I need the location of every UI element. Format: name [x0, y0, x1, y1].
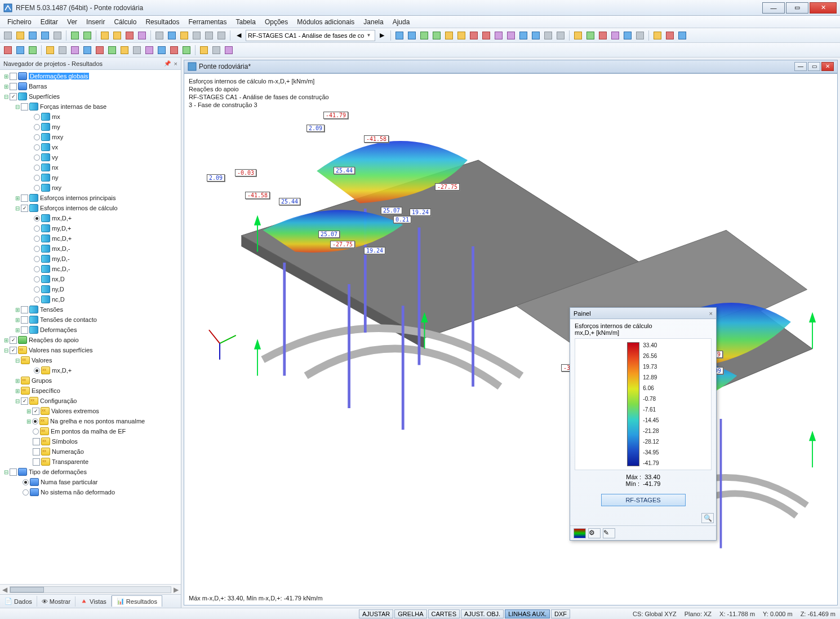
tb-r14[interactable] [555, 30, 566, 41]
node-tensoes-contacto[interactable]: Tensões de contacto [40, 316, 97, 323]
t2-15[interactable] [181, 45, 192, 56]
node-valores-superficies[interactable]: Valores nas superfícies [29, 347, 93, 353]
model-canvas[interactable]: Esforços internos de cálculo m-x,D,+ [kN… [184, 73, 838, 605]
status-cartes[interactable]: CARTES [428, 609, 460, 618]
menu-calculo[interactable]: Cálculo [110, 17, 140, 27]
tb-gen8[interactable] [191, 30, 202, 41]
tb-r18[interactable] [610, 30, 621, 41]
close-button[interactable]: ✕ [810, 2, 837, 14]
tb-r6[interactable] [456, 30, 467, 41]
tb-r16[interactable] [585, 30, 596, 41]
tb-next[interactable]: ▶ [376, 30, 388, 41]
status-ajust-obj[interactable]: AJUST. OBJ. [461, 609, 504, 618]
t2-9[interactable] [106, 45, 118, 56]
node-forcas-internas-base[interactable]: Forças internas de base [40, 103, 106, 110]
node-especifico[interactable]: Específico [32, 387, 60, 394]
tb-redo[interactable] [82, 30, 93, 41]
tb-r12[interactable] [530, 30, 541, 41]
tb-r9[interactable] [493, 30, 504, 41]
tb-undo[interactable] [69, 30, 81, 41]
node-tipo-deformacoes[interactable]: Tipo de deformações [29, 468, 87, 475]
menu-ajuda[interactable]: Ajuda [389, 17, 414, 27]
maximize-button[interactable]: ▭ [786, 2, 808, 14]
menu-ver[interactable]: Ver [63, 17, 81, 27]
results-tree[interactable]: ⊞Deformações globais ⊞Barras ⊟✓Superfíci… [0, 70, 181, 584]
node-reacoes[interactable]: Reações do apoio [29, 337, 79, 343]
t2-12[interactable] [144, 45, 155, 56]
menu-ficheiro[interactable]: Ficheiro [3, 17, 35, 27]
tb-r8[interactable] [481, 30, 492, 41]
tb-gen2[interactable] [112, 30, 123, 41]
tb-r15[interactable] [572, 30, 584, 41]
t2-18[interactable] [223, 45, 234, 56]
tb-print[interactable] [52, 30, 63, 41]
panel-tab-1[interactable] [574, 528, 586, 538]
t2-3[interactable] [27, 45, 38, 56]
tb-r2[interactable] [406, 30, 417, 41]
doc-close[interactable]: ✕ [821, 62, 834, 71]
tb-gen1[interactable] [99, 30, 110, 41]
tb-r22[interactable] [664, 30, 675, 41]
tb-r4[interactable] [431, 30, 442, 41]
tb-new[interactable] [2, 30, 14, 41]
t2-11[interactable] [131, 45, 143, 56]
tb-r5[interactable] [443, 30, 455, 41]
tb-r3[interactable] [419, 30, 430, 41]
tb-r7[interactable] [468, 30, 479, 41]
node-esforcos-principais[interactable]: Esforços internos principais [40, 194, 116, 201]
tab-vistas[interactable]: 🔺Vistas [75, 596, 112, 607]
t2-10[interactable] [119, 45, 130, 56]
tab-dados[interactable]: 📄Dados [0, 596, 37, 607]
rf-stages-button[interactable]: RF-STAGES [601, 494, 686, 506]
node-deformacoes[interactable]: Deformações [40, 326, 77, 333]
tab-resultados[interactable]: 📊Resultados [112, 595, 162, 607]
menu-resultados[interactable]: Resultados [141, 17, 183, 27]
t2-13[interactable] [156, 45, 167, 56]
tb-r23[interactable] [677, 30, 688, 41]
tb-r10[interactable] [505, 30, 517, 41]
magnify-icon[interactable]: 🔍 [701, 513, 714, 523]
doc-minimize[interactable]: — [794, 62, 807, 71]
menu-ferramentas[interactable]: Ferramentas [184, 17, 230, 27]
tb-r17[interactable] [597, 30, 608, 41]
panel-close-icon[interactable]: × [709, 310, 713, 317]
tb-open[interactable] [15, 30, 26, 41]
t2-8[interactable] [94, 45, 105, 56]
loadcase-dropdown[interactable]: RF-STAGES CA1 - Análise de fases de co▼ [246, 30, 375, 41]
nav-hscroll[interactable]: ◀▶ [0, 584, 181, 594]
menu-inserir[interactable]: Inserir [82, 17, 109, 27]
tb-gen9[interactable] [203, 30, 215, 41]
t2-1[interactable] [2, 45, 14, 56]
t2-16[interactable] [198, 45, 210, 56]
tb-r21[interactable] [652, 30, 663, 41]
node-configuracao[interactable]: Configuração [40, 397, 77, 404]
tb-r13[interactable] [543, 30, 554, 41]
node-tensoes[interactable]: Tensões [40, 306, 63, 313]
doc-maximize[interactable]: ▭ [808, 62, 820, 71]
t2-2[interactable] [15, 45, 26, 56]
pin-icon[interactable]: 📌 [164, 60, 171, 67]
node-superficies[interactable]: Superfícies [29, 93, 60, 100]
t2-6[interactable] [69, 45, 81, 56]
tb-r19[interactable] [622, 30, 633, 41]
tb-gen5[interactable] [154, 30, 165, 41]
status-dxf[interactable]: DXF [551, 609, 570, 618]
tb-r20[interactable] [634, 30, 646, 41]
menu-modulos[interactable]: Módulos adicionais [293, 17, 358, 27]
status-ajustar[interactable]: AJUSTAR [359, 609, 393, 618]
tb-save[interactable] [27, 30, 38, 41]
tb-gen3[interactable] [124, 30, 135, 41]
tb-gen4[interactable] [136, 30, 148, 41]
t2-17[interactable] [211, 45, 222, 56]
menu-janela[interactable]: Janela [359, 17, 387, 27]
tb-prev[interactable]: ◀ [233, 30, 245, 41]
tb-gen7[interactable] [179, 30, 190, 41]
tab-mostrar[interactable]: 👁Mostrar [37, 596, 75, 607]
node-valores[interactable]: Valores [32, 357, 52, 364]
tb-r11[interactable] [518, 30, 529, 41]
menu-editar[interactable]: Editar [37, 17, 62, 27]
menu-tabela[interactable]: Tabela [232, 17, 260, 27]
tb-gen10[interactable] [216, 30, 227, 41]
tb-saveall[interactable] [39, 30, 51, 41]
minimize-button[interactable]: — [762, 2, 785, 14]
